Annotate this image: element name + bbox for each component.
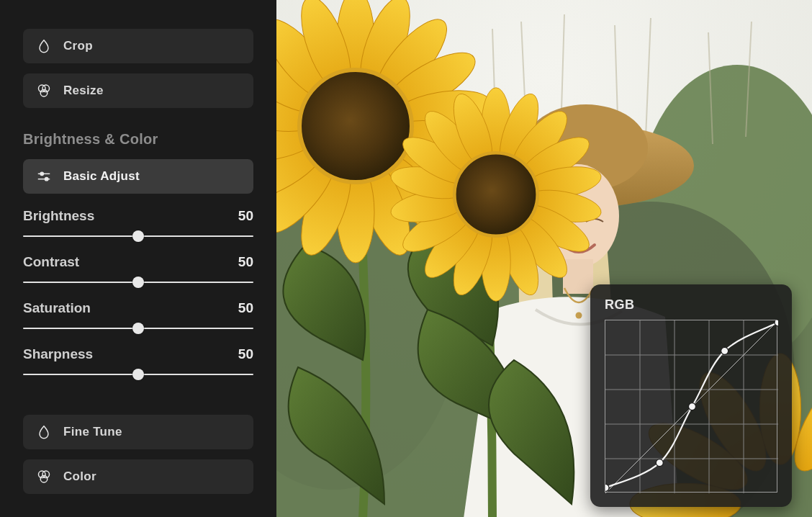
contrast-value: 50: [238, 254, 253, 270]
svg-point-6: [45, 177, 48, 180]
image-canvas[interactable]: RGB: [276, 0, 812, 517]
svg-point-4: [40, 172, 43, 175]
svg-point-87: [775, 320, 778, 326]
saturation-label: Saturation: [23, 300, 91, 316]
svg-rect-25: [563, 259, 593, 294]
section-title: Brightness & Color: [23, 131, 253, 148]
svg-point-83: [605, 484, 609, 491]
rgb-curves-plot[interactable]: [605, 320, 777, 493]
sharpness-track[interactable]: [23, 369, 253, 379]
rgb-curves-panel[interactable]: RGB: [590, 284, 792, 507]
svg-point-85: [688, 403, 695, 410]
rgb-curves-title: RGB: [605, 297, 777, 313]
drop-icon: [36, 424, 52, 440]
saturation-track[interactable]: [23, 323, 253, 333]
drop-icon: [36, 38, 52, 54]
color-label: Color: [63, 469, 96, 484]
svg-point-84: [656, 459, 663, 467]
bottom-tools: Fine Tune Color: [23, 412, 253, 494]
contrast-label: Contrast: [23, 254, 79, 270]
brightness-value: 50: [238, 208, 253, 224]
saturation-value: 50: [238, 300, 253, 316]
contrast-track[interactable]: [23, 277, 253, 287]
fine-tune-label: Fine Tune: [63, 425, 122, 439]
color-button[interactable]: Color: [23, 459, 253, 494]
resize-label: Resize: [63, 84, 104, 98]
brightness-slider[interactable]: Brightness50: [23, 208, 253, 241]
saturation-thumb[interactable]: [132, 323, 144, 334]
crop-button[interactable]: Crop: [23, 29, 253, 63]
svg-point-26: [576, 313, 582, 319]
basic-adjust-button[interactable]: Basic Adjust: [23, 159, 253, 194]
sharpness-thumb[interactable]: [132, 369, 144, 380]
brightness-thumb[interactable]: [132, 230, 144, 242]
contrast-thumb[interactable]: [132, 277, 144, 288]
basic-adjust-label: Basic Adjust: [63, 169, 140, 184]
sharpness-label: Sharpness: [23, 346, 93, 362]
svg-point-86: [721, 347, 728, 354]
resize-button[interactable]: Resize: [23, 73, 253, 108]
sharpness-slider[interactable]: Sharpness50: [23, 346, 253, 379]
brightness-track[interactable]: [23, 231, 253, 241]
circles-icon: [36, 83, 52, 99]
circles-icon: [36, 469, 52, 485]
app-root: Crop Resize Brightness & Color Basic Adj…: [0, 0, 812, 517]
saturation-slider[interactable]: Saturation50: [23, 300, 253, 333]
fine-tune-button[interactable]: Fine Tune: [23, 415, 253, 449]
sidebar: Crop Resize Brightness & Color Basic Adj…: [0, 0, 276, 517]
sliders-group: Brightness50Contrast50Saturation50Sharpn…: [23, 208, 253, 379]
brightness-label: Brightness: [23, 208, 94, 224]
sliders-icon: [36, 168, 52, 184]
sharpness-value: 50: [238, 346, 253, 362]
crop-label: Crop: [63, 39, 93, 53]
contrast-slider[interactable]: Contrast50: [23, 254, 253, 287]
